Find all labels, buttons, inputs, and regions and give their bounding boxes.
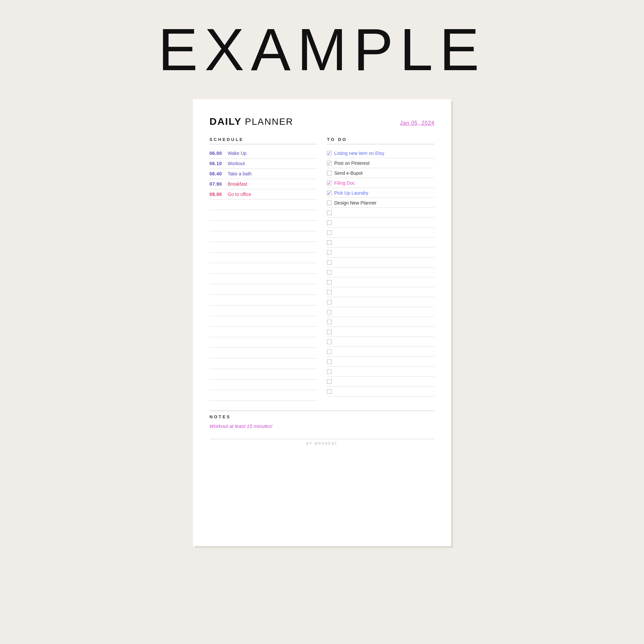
- planner-body: SCHEDULE 06.00 Wake Up 06.10 Workout 06.…: [209, 137, 435, 401]
- todo-empty-row: [327, 208, 435, 218]
- todo-empty-row: [327, 337, 435, 347]
- todo-item: Post on Pinterest: [327, 158, 435, 168]
- example-title: EXAMPLE: [158, 20, 486, 79]
- todo-checkbox[interactable]: [327, 171, 332, 175]
- planner-container: DAILY PLANNER Jan 05, 2024 SCHEDULE 06.0…: [193, 99, 451, 546]
- todo-empty-row: [327, 277, 435, 287]
- schedule-time: 08.00: [209, 192, 228, 197]
- todo-text: Pick Up Laundry: [334, 190, 368, 196]
- todo-checkbox[interactable]: [327, 359, 332, 364]
- todo-checkbox[interactable]: [327, 330, 332, 334]
- title-bold: DAILY: [209, 116, 242, 127]
- todo-item: Design New Planner: [327, 198, 435, 208]
- todo-checkbox[interactable]: [327, 240, 332, 245]
- schedule-empty-row: [209, 253, 317, 263]
- todo-empty-row: [327, 387, 435, 396]
- todo-empty-row: [327, 287, 435, 297]
- schedule-time: 06.00: [209, 151, 228, 156]
- todo-checkbox[interactable]: [327, 260, 332, 265]
- todo-checkbox[interactable]: [327, 161, 332, 165]
- todo-item: Listing new item on Etsy: [327, 148, 435, 158]
- schedule-item: 06.00 Wake Up: [209, 148, 317, 159]
- todo-checkbox[interactable]: [327, 220, 332, 225]
- todo-empty-row: [327, 307, 435, 317]
- todo-empty-row: [327, 218, 435, 228]
- todo-checkbox[interactable]: [327, 290, 332, 295]
- notes-label: NOTES: [209, 414, 435, 419]
- todo-checkbox[interactable]: [327, 270, 332, 275]
- schedule-empty-row: [209, 221, 317, 231]
- todo-empty-row: [327, 248, 435, 257]
- todo-text: Filing Doc: [334, 180, 355, 186]
- todo-empty-row: [327, 238, 435, 248]
- notes-text: Workout at least 15 minutes!: [209, 423, 435, 429]
- todo-empty-row: [327, 357, 435, 367]
- todo-empty-row: [327, 297, 435, 307]
- schedule-empty-row: [209, 327, 317, 337]
- schedule-empty-row: [209, 274, 317, 284]
- schedule-empty-row: [209, 305, 317, 316]
- title-light: PLANNER: [242, 116, 293, 127]
- todo-checkbox[interactable]: [327, 340, 332, 344]
- schedule-empty-row: [209, 242, 317, 253]
- todo-checkbox[interactable]: [327, 201, 332, 205]
- todo-text: Post on Pinterest: [334, 161, 370, 166]
- todo-checkbox[interactable]: [327, 191, 332, 195]
- schedule-activity: Take a bath: [228, 171, 252, 176]
- schedule-activity: Go to office: [228, 192, 251, 197]
- schedule-item: 06.10 Workout: [209, 159, 317, 169]
- schedule-time: 07.90: [209, 181, 228, 187]
- todo-checkbox[interactable]: [327, 151, 332, 156]
- schedule-activity: Breakfast: [228, 181, 247, 187]
- schedule-empty-row: [209, 263, 317, 274]
- page-wrapper: EXAMPLE DAILY PLANNER Jan 05, 2024 SCHED…: [0, 0, 644, 644]
- todo-item: Send e-Bupot: [327, 168, 435, 178]
- todo-checkbox[interactable]: [327, 349, 332, 354]
- schedule-activity: Wake Up: [228, 151, 247, 156]
- schedule-empty-row: [209, 337, 317, 348]
- todo-checkbox[interactable]: [327, 369, 332, 374]
- schedule-empty-row: [209, 231, 317, 242]
- planner-title: DAILY PLANNER: [209, 116, 293, 127]
- schedule-empty-row: [209, 200, 317, 210]
- schedule-time: 06.40: [209, 171, 228, 176]
- todo-text: Design New Planner: [334, 200, 377, 206]
- schedule-empty-row: [209, 369, 317, 380]
- todo-checkbox[interactable]: [327, 250, 332, 255]
- todo-checkbox[interactable]: [327, 379, 332, 384]
- schedule-empty-row: [209, 390, 317, 401]
- todo-empty-row: [327, 317, 435, 327]
- todo-checkbox[interactable]: [327, 389, 332, 394]
- schedule-item: 08.00 Go to office: [209, 189, 317, 200]
- schedule-item: 06.40 Take a bath: [209, 169, 317, 179]
- todo-section: TO DO Listing new item on Etsy Post on P…: [327, 137, 435, 401]
- todo-label: TO DO: [327, 137, 435, 144]
- todo-empty-row: [327, 377, 435, 387]
- todo-empty-row: [327, 347, 435, 357]
- todo-checkbox[interactable]: [327, 181, 332, 185]
- schedule-label: SCHEDULE: [209, 137, 317, 144]
- todo-checkbox[interactable]: [327, 210, 332, 215]
- todo-checkbox[interactable]: [327, 320, 332, 324]
- schedule-empty-row: [209, 348, 317, 358]
- todo-empty-row: [327, 327, 435, 337]
- todo-empty-row: [327, 267, 435, 277]
- schedule-empty-row: [209, 380, 317, 390]
- todo-item: Pick Up Laundry: [327, 188, 435, 198]
- todo-checkbox[interactable]: [327, 230, 332, 235]
- todo-empty-row: [327, 367, 435, 377]
- todo-empty-row: [327, 228, 435, 238]
- todo-text: Listing new item on Etsy: [334, 151, 384, 156]
- planner-header: DAILY PLANNER Jan 05, 2024: [209, 116, 435, 127]
- schedule-empty-row: [209, 295, 317, 305]
- schedule-item: 07.90 Breakfast: [209, 179, 317, 189]
- schedule-empty-row: [209, 358, 317, 369]
- todo-empty-row: [327, 257, 435, 267]
- todo-text: Send e-Bupot: [334, 170, 363, 176]
- schedule-time: 06.10: [209, 161, 228, 166]
- todo-checkbox[interactable]: [327, 280, 332, 285]
- todo-checkbox[interactable]: [327, 300, 332, 304]
- planner-date: Jan 05, 2024: [400, 120, 435, 126]
- todo-item: Filing Doc: [327, 178, 435, 188]
- todo-checkbox[interactable]: [327, 310, 332, 314]
